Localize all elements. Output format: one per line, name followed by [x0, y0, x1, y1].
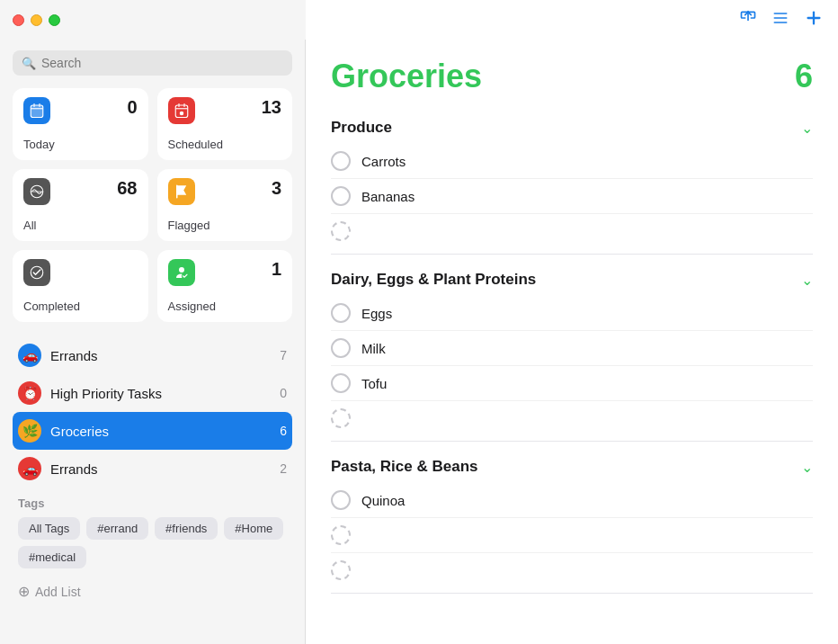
- sidebar-item-errands-1[interactable]: 🚗 Errands 7: [13, 336, 292, 374]
- today-icon: [23, 97, 50, 124]
- task-carrots-label: Carrots: [361, 154, 406, 169]
- smart-card-assigned[interactable]: 1 Assigned: [157, 250, 293, 322]
- group-produce-title: Produce: [331, 119, 392, 137]
- smart-card-all[interactable]: 68 All: [13, 169, 148, 241]
- task-carrots-checkbox[interactable]: [331, 151, 351, 171]
- group-produce: Produce ⌄ Carrots Bananas: [331, 113, 813, 255]
- svg-point-14: [179, 267, 184, 273]
- tags-title: Tags: [13, 496, 292, 510]
- tags-section: Tags All Tags #errand #friends #Home #me…: [13, 496, 292, 568]
- group-pasta-title: Pasta, Rice & Beans: [331, 458, 477, 476]
- add-list-button[interactable]: ⊕ Add List: [13, 574, 292, 609]
- task-bananas: Bananas: [331, 179, 813, 214]
- task-pasta-empty-1-checkbox[interactable]: [331, 525, 351, 545]
- tag-all-tags[interactable]: All Tags: [18, 517, 80, 540]
- task-tofu-label: Tofu: [361, 376, 387, 391]
- task-produce-empty: [331, 214, 813, 248]
- main-content: Groceries 6 Produce ⌄ Carrots Bananas: [306, 0, 838, 644]
- task-dairy-empty-checkbox[interactable]: [331, 408, 351, 428]
- tags-grid: All Tags #errand #friends #Home #medical: [13, 517, 292, 568]
- group-dairy: Dairy, Eggs & Plant Proteins ⌄ Eggs Milk…: [331, 265, 813, 442]
- today-count: 0: [127, 97, 137, 118]
- sidebar-item-high-priority[interactable]: ⏰ High Priority Tasks 0: [13, 374, 292, 412]
- task-quinoa: Quinoa: [331, 483, 813, 518]
- errands-2-icon: 🚗: [18, 457, 41, 480]
- plus-icon[interactable]: [804, 8, 824, 32]
- task-bananas-label: Bananas: [361, 189, 415, 204]
- high-priority-icon: ⏰: [18, 381, 41, 405]
- task-pasta-empty-2-checkbox[interactable]: [331, 560, 351, 580]
- high-priority-count: 0: [280, 386, 287, 400]
- task-tofu: Tofu: [331, 366, 813, 401]
- tag-medical[interactable]: #medical: [18, 546, 86, 568]
- smart-card-scheduled[interactable]: 13 Scheduled: [157, 88, 293, 160]
- task-pasta-empty-2: [331, 553, 813, 587]
- group-pasta: Pasta, Rice & Beans ⌄ Quinoa: [331, 452, 813, 594]
- svg-point-9: [179, 112, 183, 116]
- task-bananas-checkbox[interactable]: [331, 186, 351, 206]
- pasta-chevron-icon: ⌄: [801, 459, 813, 476]
- errands-2-label: Errands: [50, 461, 271, 477]
- task-quinoa-label: Quinoa: [361, 493, 405, 508]
- all-count: 68: [117, 178, 137, 199]
- completed-label: Completed: [23, 300, 138, 313]
- lines-icon[interactable]: [771, 9, 789, 31]
- scheduled-count: 13: [262, 97, 281, 118]
- assigned-icon: [168, 259, 195, 286]
- group-produce-header[interactable]: Produce ⌄: [331, 113, 813, 144]
- errands-1-icon: 🚗: [18, 344, 41, 367]
- lists-section: 🚗 Errands 7 ⏰ High Priority Tasks 0 🌿 Gr…: [13, 336, 292, 487]
- minimize-button[interactable]: [31, 14, 42, 26]
- groceries-label: Groceries: [50, 424, 271, 439]
- task-carrots: Carrots: [331, 144, 813, 179]
- sidebar: 🔍 0: [0, 0, 306, 644]
- smart-card-today[interactable]: 0 Today: [13, 88, 148, 160]
- tag-errand[interactable]: #errand: [86, 517, 148, 540]
- svg-rect-0: [31, 105, 43, 118]
- close-button[interactable]: [13, 14, 24, 26]
- scheduled-icon: [168, 97, 195, 124]
- flagged-label: Flagged: [168, 219, 282, 232]
- groceries-count: 6: [280, 424, 287, 438]
- sidebar-item-groceries[interactable]: 🌿 Groceries 6: [13, 412, 292, 450]
- completed-icon: [23, 259, 50, 286]
- main-toolbar: [306, 0, 838, 40]
- task-eggs-checkbox[interactable]: [331, 303, 351, 323]
- task-eggs-label: Eggs: [361, 306, 392, 321]
- list-total-count: 6: [795, 58, 813, 95]
- task-milk-checkbox[interactable]: [331, 338, 351, 358]
- smart-card-flagged[interactable]: 3 Flagged: [157, 169, 293, 241]
- all-label: All: [23, 219, 138, 232]
- smart-card-completed[interactable]: Completed: [13, 250, 148, 322]
- tag-friends[interactable]: #friends: [155, 517, 218, 540]
- maximize-button[interactable]: [49, 14, 60, 26]
- errands-1-count: 7: [280, 348, 287, 362]
- sidebar-item-errands-2[interactable]: 🚗 Errands 2: [13, 450, 292, 487]
- flagged-count: 3: [272, 178, 281, 199]
- dairy-chevron-icon: ⌄: [801, 272, 813, 289]
- search-input[interactable]: [41, 56, 283, 70]
- task-produce-empty-checkbox[interactable]: [331, 221, 351, 241]
- search-bar[interactable]: 🔍: [13, 50, 292, 76]
- task-milk: Milk: [331, 331, 813, 366]
- add-list-icon: ⊕: [18, 583, 30, 600]
- group-dairy-header[interactable]: Dairy, Eggs & Plant Proteins ⌄: [331, 265, 813, 296]
- group-pasta-header[interactable]: Pasta, Rice & Beans ⌄: [331, 452, 813, 483]
- share-icon[interactable]: [739, 9, 757, 31]
- assigned-count: 1: [272, 259, 281, 280]
- task-pasta-empty-1: [331, 518, 813, 553]
- flagged-icon: [168, 178, 195, 205]
- smart-grid: 0 Today 13: [13, 88, 292, 322]
- assigned-label: Assigned: [168, 300, 282, 313]
- errands-1-label: Errands: [50, 348, 271, 363]
- task-quinoa-checkbox[interactable]: [331, 490, 351, 510]
- scheduled-label: Scheduled: [168, 138, 282, 151]
- traffic-lights: [13, 14, 60, 26]
- group-dairy-title: Dairy, Eggs & Plant Proteins: [331, 271, 536, 289]
- list-title: Groceries: [331, 58, 482, 95]
- search-icon: 🔍: [22, 57, 36, 70]
- tag-home[interactable]: #Home: [224, 517, 283, 540]
- task-tofu-checkbox[interactable]: [331, 373, 351, 393]
- high-priority-label: High Priority Tasks: [50, 386, 271, 401]
- produce-chevron-icon: ⌄: [801, 120, 813, 137]
